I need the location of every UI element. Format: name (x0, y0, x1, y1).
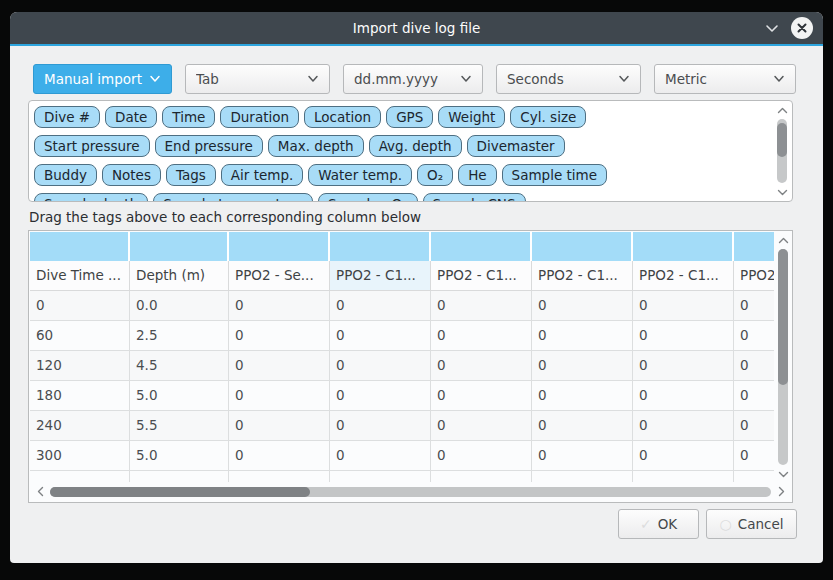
table-cell: 0 (229, 291, 330, 320)
drag-tag[interactable]: Weight (438, 106, 505, 128)
field-separator-select[interactable]: Tab (185, 64, 330, 94)
drag-tag[interactable]: Start pressure (34, 135, 150, 157)
drag-tag[interactable]: Time (162, 106, 215, 128)
chevron-down-icon (307, 75, 319, 83)
drop-target-cell[interactable] (30, 232, 130, 261)
preview-table: Dive Time ...Depth (m)PPO2 - Se...PPO2 -… (28, 230, 793, 503)
drag-tag[interactable]: End pressure (155, 135, 263, 157)
scroll-left-icon[interactable] (33, 484, 47, 500)
drop-target-cell[interactable] (633, 232, 734, 261)
scroll-up-icon[interactable] (774, 103, 790, 117)
scrollbar-thumb[interactable] (50, 487, 310, 497)
table-cell: 0 (633, 381, 734, 410)
cancel-button-label: Cancel (738, 516, 784, 532)
duration-format-select[interactable]: Seconds (496, 64, 641, 94)
drag-tag[interactable]: GPS (386, 106, 433, 128)
table-vertical-scrollbar[interactable] (775, 233, 791, 481)
table-row (30, 471, 774, 482)
table-cell: 0 (633, 321, 734, 350)
table-cell: 0 (229, 321, 330, 350)
table-cell: 5.0 (130, 441, 229, 470)
drag-tag[interactable]: Avg. depth (369, 135, 462, 157)
chevron-down-icon (618, 75, 630, 83)
table-horizontal-scrollbar[interactable] (30, 482, 791, 501)
combo-value: dd.mm.yyyy (354, 71, 454, 87)
table-cell: 0 (330, 351, 431, 380)
drag-tag[interactable]: Max. depth (268, 135, 364, 157)
titlebar[interactable]: Import dive log file (10, 12, 823, 44)
drag-tag[interactable]: Location (304, 106, 381, 128)
table-cell: 5.0 (130, 381, 229, 410)
table-cell: 300 (30, 441, 130, 470)
drop-target-cell[interactable] (330, 232, 431, 261)
drag-tag[interactable]: Cyl. size (510, 106, 586, 128)
import-type-select[interactable]: Manual import (33, 64, 172, 94)
table-cell: 0 (532, 351, 633, 380)
drag-tag[interactable]: Air temp. (221, 164, 303, 186)
drag-tag[interactable]: Sample temperature (153, 193, 313, 201)
chevron-down-icon (149, 75, 161, 83)
drag-tag[interactable]: He (458, 164, 496, 186)
titlebar-accent-line (10, 44, 823, 46)
scrollbar-track[interactable] (778, 249, 788, 465)
table-cell: 0 (532, 321, 633, 350)
drag-tag[interactable]: Date (105, 106, 157, 128)
scrollbar-thumb[interactable] (778, 249, 788, 385)
scroll-up-icon[interactable] (775, 233, 791, 247)
drop-target-cell[interactable] (431, 232, 532, 261)
drag-tag[interactable]: Sample CNS (423, 193, 526, 201)
drop-target-cell[interactable] (229, 232, 330, 261)
scroll-right-icon[interactable] (774, 484, 788, 500)
drop-target-cell[interactable] (130, 232, 229, 261)
date-format-select[interactable]: dd.mm.yyyy (343, 64, 483, 94)
drag-tag[interactable]: Dive # (34, 106, 100, 128)
drag-tag[interactable]: Sample depth (34, 193, 148, 201)
table-cell: 0 (431, 351, 532, 380)
drop-target-cell[interactable] (734, 232, 774, 261)
column-header-cell: PPO2 - C1... (532, 261, 633, 290)
table-cell: 120 (30, 351, 130, 380)
table-cell: 0 (431, 411, 532, 440)
combo-value: Manual import (44, 71, 143, 87)
shade-button[interactable] (763, 19, 781, 37)
drop-target-cell[interactable] (532, 232, 633, 261)
table-cell (431, 471, 532, 482)
screen: Import dive log file Manual import (0, 0, 833, 580)
drag-tag[interactable]: O₂ (417, 164, 453, 186)
drag-tag[interactable]: Sample pO₂ (318, 193, 418, 201)
drag-tag[interactable]: Divemaster (467, 135, 565, 157)
table-cell (734, 471, 774, 482)
table-cell (532, 471, 633, 482)
scrollbar-thumb[interactable] (777, 123, 787, 158)
check-icon: ✓ (640, 516, 652, 532)
cancel-button[interactable]: ○ Cancel (706, 509, 797, 539)
table-cell (30, 471, 130, 482)
column-header-cell: PPO2 - C1... (431, 261, 532, 290)
close-button[interactable] (791, 17, 813, 39)
drag-tag[interactable]: Buddy (34, 164, 97, 186)
tag-panel-vertical-scrollbar[interactable] (774, 103, 790, 199)
table-cell: 60 (30, 321, 130, 350)
combo-value: Tab (196, 71, 301, 87)
units-select[interactable]: Metric (654, 64, 796, 94)
drag-tag[interactable]: Notes (102, 164, 161, 186)
ok-button[interactable]: ✓ OK (618, 509, 699, 539)
table-cell: 0 (330, 381, 431, 410)
drag-tag[interactable]: Water temp. (308, 164, 412, 186)
drag-tag[interactable]: Tags (166, 164, 216, 186)
table-cell: 0 (532, 291, 633, 320)
scroll-down-icon[interactable] (774, 185, 790, 199)
scroll-down-icon[interactable] (775, 467, 791, 481)
chevron-down-icon (460, 75, 472, 83)
drag-tag[interactable]: Duration (220, 106, 299, 128)
table-cell: 0 (532, 441, 633, 470)
scrollbar-track[interactable] (777, 119, 787, 183)
drag-tag[interactable]: Sample time (502, 164, 607, 186)
table-cell: 180 (30, 381, 130, 410)
scrollbar-track[interactable] (50, 487, 771, 497)
table-cell: 0 (431, 291, 532, 320)
table-cell: 2.5 (130, 321, 229, 350)
table-cell: 0 (633, 411, 734, 440)
table-cell: 0 (229, 441, 330, 470)
table-cell (130, 471, 229, 482)
